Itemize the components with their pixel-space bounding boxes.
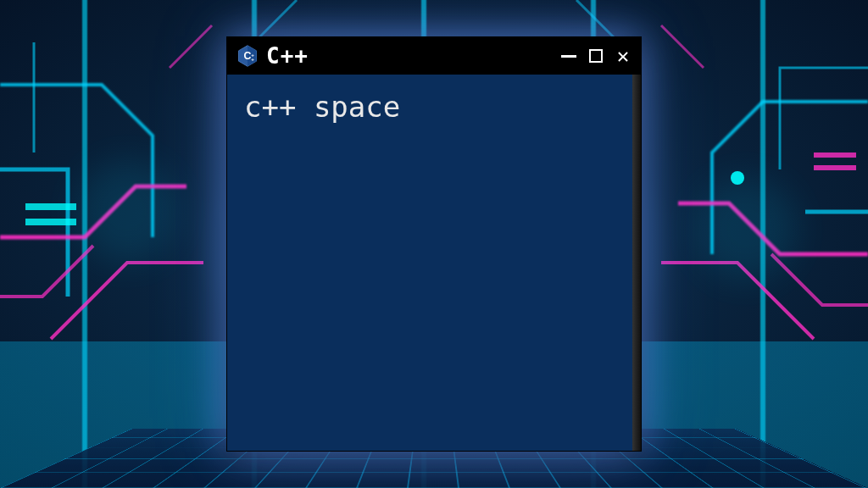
svg-text:C: C: [244, 50, 252, 62]
minimize-icon: [561, 55, 576, 58]
svg-rect-1: [25, 219, 76, 225]
close-icon: ✕: [617, 46, 629, 66]
terminal-text: c++ space: [244, 90, 400, 124]
maximize-button[interactable]: [587, 47, 605, 65]
terminal-window: C + + C++ ✕ c++ space: [226, 36, 642, 452]
svg-rect-4: [814, 165, 856, 170]
svg-point-5: [76, 161, 178, 263]
window-controls: ✕: [559, 47, 632, 65]
minimize-button[interactable]: [559, 47, 578, 65]
maximize-icon: [589, 49, 603, 63]
close-button[interactable]: ✕: [614, 47, 632, 65]
window-title: C++: [266, 43, 553, 69]
terminal-content[interactable]: c++ space: [227, 75, 641, 451]
svg-rect-0: [25, 203, 76, 210]
svg-text:+: +: [251, 56, 254, 62]
svg-point-6: [695, 178, 797, 280]
titlebar[interactable]: C + + C++ ✕: [227, 37, 641, 75]
svg-rect-3: [814, 152, 856, 158]
cpp-icon: C + +: [236, 44, 259, 68]
scrollbar[interactable]: [632, 75, 641, 451]
